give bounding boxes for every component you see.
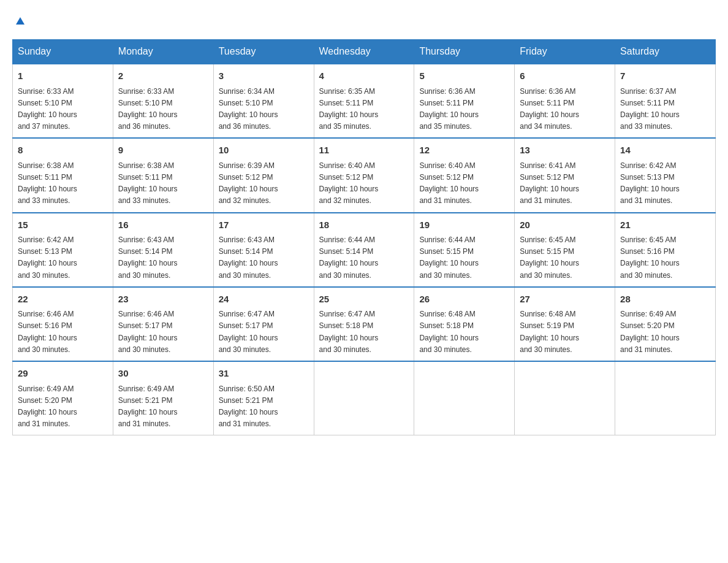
day-info: Sunrise: 6:35 AMSunset: 5:11 PMDaylight:… [319,86,409,133]
day-number: 28 [620,293,710,307]
calendar-cell: 24Sunrise: 6:47 AMSunset: 5:17 PMDayligh… [213,287,314,361]
calendar-cell: 20Sunrise: 6:45 AMSunset: 5:15 PMDayligh… [515,213,615,287]
day-info: Sunrise: 6:34 AMSunset: 5:10 PMDaylight:… [219,86,309,133]
day-number: 9 [118,144,208,158]
svg-marker-0 [16,17,25,25]
day-number: 29 [18,367,108,381]
day-info: Sunrise: 6:40 AMSunset: 5:12 PMDaylight:… [319,160,409,207]
day-of-week-header: Tuesday [213,40,314,64]
calendar-cell: 28Sunrise: 6:49 AMSunset: 5:20 PMDayligh… [615,287,716,361]
day-info: Sunrise: 6:46 AMSunset: 5:17 PMDaylight:… [118,308,208,356]
day-of-week-header: Sunday [13,40,113,64]
day-info: Sunrise: 6:33 AMSunset: 5:10 PMDaylight:… [118,86,208,133]
calendar-cell: 25Sunrise: 6:47 AMSunset: 5:18 PMDayligh… [314,287,414,361]
logo [12,12,27,27]
day-number: 21 [620,218,710,232]
day-number: 13 [520,144,610,158]
calendar-cell [615,361,716,435]
day-number: 23 [118,293,208,307]
calendar-cell: 29Sunrise: 6:49 AMSunset: 5:20 PMDayligh… [13,361,113,435]
day-info: Sunrise: 6:48 AMSunset: 5:19 PMDaylight:… [520,308,610,356]
calendar-cell: 23Sunrise: 6:46 AMSunset: 5:17 PMDayligh… [113,287,213,361]
day-number: 1 [18,69,108,83]
day-info: Sunrise: 6:47 AMSunset: 5:17 PMDaylight:… [219,308,309,356]
day-info: Sunrise: 6:49 AMSunset: 5:20 PMDaylight:… [18,383,108,431]
calendar-cell: 21Sunrise: 6:45 AMSunset: 5:16 PMDayligh… [615,213,716,287]
day-info: Sunrise: 6:46 AMSunset: 5:16 PMDaylight:… [18,308,108,356]
calendar-cell: 27Sunrise: 6:48 AMSunset: 5:19 PMDayligh… [515,287,615,361]
calendar-week-row: 15Sunrise: 6:42 AMSunset: 5:13 PMDayligh… [13,213,716,287]
calendar-cell: 15Sunrise: 6:42 AMSunset: 5:13 PMDayligh… [13,213,113,287]
day-of-week-header: Thursday [414,40,515,64]
day-info: Sunrise: 6:38 AMSunset: 5:11 PMDaylight:… [18,160,108,207]
day-info: Sunrise: 6:37 AMSunset: 5:11 PMDaylight:… [620,86,710,133]
day-info: Sunrise: 6:43 AMSunset: 5:14 PMDaylight:… [219,234,309,282]
calendar-table: SundayMondayTuesdayWednesdayThursdayFrid… [12,39,716,435]
day-number: 4 [319,69,409,83]
calendar-cell: 26Sunrise: 6:48 AMSunset: 5:18 PMDayligh… [414,287,515,361]
day-info: Sunrise: 6:39 AMSunset: 5:12 PMDaylight:… [219,160,309,207]
day-number: 7 [620,69,710,83]
day-info: Sunrise: 6:44 AMSunset: 5:14 PMDaylight:… [319,234,409,282]
day-number: 12 [419,144,509,158]
calendar-cell: 11Sunrise: 6:40 AMSunset: 5:12 PMDayligh… [314,138,414,212]
calendar-cell: 3Sunrise: 6:34 AMSunset: 5:10 PMDaylight… [213,64,314,138]
calendar-header-row: SundayMondayTuesdayWednesdayThursdayFrid… [13,40,716,64]
calendar-cell: 22Sunrise: 6:46 AMSunset: 5:16 PMDayligh… [13,287,113,361]
day-info: Sunrise: 6:50 AMSunset: 5:21 PMDaylight:… [219,383,309,431]
day-info: Sunrise: 6:45 AMSunset: 5:15 PMDaylight:… [520,234,610,282]
day-number: 17 [219,218,309,232]
day-number: 30 [118,367,208,381]
calendar-cell: 1Sunrise: 6:33 AMSunset: 5:10 PMDaylight… [13,64,113,138]
calendar-week-row: 22Sunrise: 6:46 AMSunset: 5:16 PMDayligh… [13,287,716,361]
day-info: Sunrise: 6:42 AMSunset: 5:13 PMDaylight:… [620,160,710,207]
calendar-cell: 19Sunrise: 6:44 AMSunset: 5:15 PMDayligh… [414,213,515,287]
calendar-cell: 10Sunrise: 6:39 AMSunset: 5:12 PMDayligh… [213,138,314,212]
day-number: 14 [620,144,710,158]
day-info: Sunrise: 6:36 AMSunset: 5:11 PMDaylight:… [419,86,509,133]
day-info: Sunrise: 6:38 AMSunset: 5:11 PMDaylight:… [118,160,208,207]
day-number: 24 [219,293,309,307]
day-number: 16 [118,218,208,232]
calendar-cell: 4Sunrise: 6:35 AMSunset: 5:11 PMDaylight… [314,64,414,138]
calendar-cell: 18Sunrise: 6:44 AMSunset: 5:14 PMDayligh… [314,213,414,287]
day-info: Sunrise: 6:45 AMSunset: 5:16 PMDaylight:… [620,234,710,282]
day-number: 25 [319,293,409,307]
calendar-week-row: 1Sunrise: 6:33 AMSunset: 5:10 PMDaylight… [13,64,716,138]
day-number: 2 [118,69,208,83]
day-number: 26 [419,293,509,307]
calendar-cell [414,361,515,435]
calendar-cell: 16Sunrise: 6:43 AMSunset: 5:14 PMDayligh… [113,213,213,287]
day-info: Sunrise: 6:40 AMSunset: 5:12 PMDaylight:… [419,160,509,207]
day-number: 5 [419,69,509,83]
day-info: Sunrise: 6:47 AMSunset: 5:18 PMDaylight:… [319,308,409,356]
day-info: Sunrise: 6:48 AMSunset: 5:18 PMDaylight:… [419,308,509,356]
day-of-week-header: Friday [515,40,615,64]
day-number: 18 [319,218,409,232]
day-number: 22 [18,293,108,307]
day-number: 31 [219,367,309,381]
day-number: 3 [219,69,309,83]
day-number: 15 [18,218,108,232]
page-header [12,12,716,27]
calendar-cell: 2Sunrise: 6:33 AMSunset: 5:10 PMDaylight… [113,64,213,138]
day-info: Sunrise: 6:42 AMSunset: 5:13 PMDaylight:… [18,234,108,282]
calendar-cell: 7Sunrise: 6:37 AMSunset: 5:11 PMDaylight… [615,64,716,138]
day-number: 8 [18,144,108,158]
day-info: Sunrise: 6:33 AMSunset: 5:10 PMDaylight:… [18,86,108,133]
day-info: Sunrise: 6:49 AMSunset: 5:20 PMDaylight:… [620,308,710,356]
day-info: Sunrise: 6:43 AMSunset: 5:14 PMDaylight:… [118,234,208,282]
calendar-cell [314,361,414,435]
calendar-cell: 30Sunrise: 6:49 AMSunset: 5:21 PMDayligh… [113,361,213,435]
day-number: 6 [520,69,610,83]
day-of-week-header: Monday [113,40,213,64]
day-of-week-header: Wednesday [314,40,414,64]
calendar-cell: 9Sunrise: 6:38 AMSunset: 5:11 PMDaylight… [113,138,213,212]
calendar-week-row: 8Sunrise: 6:38 AMSunset: 5:11 PMDaylight… [13,138,716,212]
day-info: Sunrise: 6:49 AMSunset: 5:21 PMDaylight:… [118,383,208,431]
day-number: 10 [219,144,309,158]
day-number: 19 [419,218,509,232]
calendar-cell: 13Sunrise: 6:41 AMSunset: 5:12 PMDayligh… [515,138,615,212]
logo-icon [13,13,27,27]
calendar-week-row: 29Sunrise: 6:49 AMSunset: 5:20 PMDayligh… [13,361,716,435]
